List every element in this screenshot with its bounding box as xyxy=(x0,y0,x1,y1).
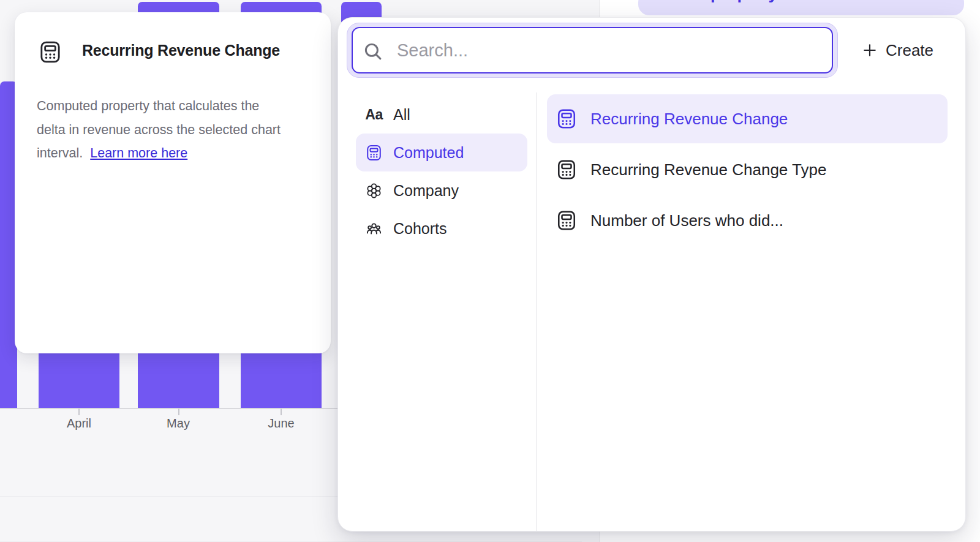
category-cohorts[interactable]: Cohorts xyxy=(356,209,527,247)
category-label: All xyxy=(393,106,410,124)
calculator-icon xyxy=(38,40,62,64)
create-button-label: Create xyxy=(886,41,933,60)
property-tooltip-card: Recurring Revenue Change Computed proper… xyxy=(15,12,331,353)
x-axis-label-june: June xyxy=(268,416,294,431)
result-label: Recurring Revenue Change xyxy=(590,110,788,129)
company-cluster-icon xyxy=(365,182,383,200)
text-aa-icon: Aa xyxy=(365,106,383,124)
x-axis-tick xyxy=(281,408,282,415)
category-filter-list: Aa All Computed Company Cohorts xyxy=(356,96,527,247)
property-chip[interactable]: property xyxy=(638,0,964,15)
x-axis-label-may: May xyxy=(167,416,190,431)
property-picker-panel: Create Aa All Computed Company Cohorts R… xyxy=(337,17,966,532)
learn-more-link[interactable]: Learn more here xyxy=(90,146,187,160)
category-all[interactable]: Aa All xyxy=(356,96,527,134)
category-label: Company xyxy=(393,182,459,200)
tooltip-desc-line1: Computed property that calculates the xyxy=(37,99,259,113)
tooltip-desc-line2: delta in revenue across the selected cha… xyxy=(37,122,281,137)
search-field-focus-ring xyxy=(347,23,838,78)
category-computed[interactable]: Computed xyxy=(356,134,527,171)
result-number-of-users-who-did[interactable]: Number of Users who did... xyxy=(547,196,948,245)
property-result-list: Recurring Revenue Change Recurring Reven… xyxy=(547,94,948,247)
search-input[interactable] xyxy=(352,27,833,73)
category-label: Cohorts xyxy=(393,220,447,238)
calculator-icon xyxy=(556,159,578,181)
picker-vertical-divider xyxy=(536,92,537,531)
category-label: Computed xyxy=(393,144,464,162)
calculator-icon xyxy=(365,144,383,162)
x-axis-tick xyxy=(178,408,179,415)
result-label: Recurring Revenue Change Type xyxy=(590,160,826,179)
cohorts-people-icon xyxy=(365,220,383,238)
calculator-icon xyxy=(556,108,578,130)
x-axis-tick xyxy=(78,408,80,415)
category-company[interactable]: Company xyxy=(356,171,527,209)
result-recurring-revenue-change[interactable]: Recurring Revenue Change xyxy=(547,94,948,143)
result-recurring-revenue-change-type[interactable]: Recurring Revenue Change Type xyxy=(547,145,948,194)
x-axis-label-april: April xyxy=(67,416,91,431)
calculator-icon xyxy=(556,209,578,231)
create-button[interactable]: Create xyxy=(856,23,940,78)
result-label: Number of Users who did... xyxy=(590,211,783,230)
tooltip-title: Recurring Revenue Change xyxy=(82,42,315,59)
tooltip-desc-line3: interval. xyxy=(37,146,83,160)
plus-icon xyxy=(862,42,878,58)
tooltip-description: Computed property that calculates the de… xyxy=(37,94,312,165)
property-chip-label: property xyxy=(710,0,778,3)
